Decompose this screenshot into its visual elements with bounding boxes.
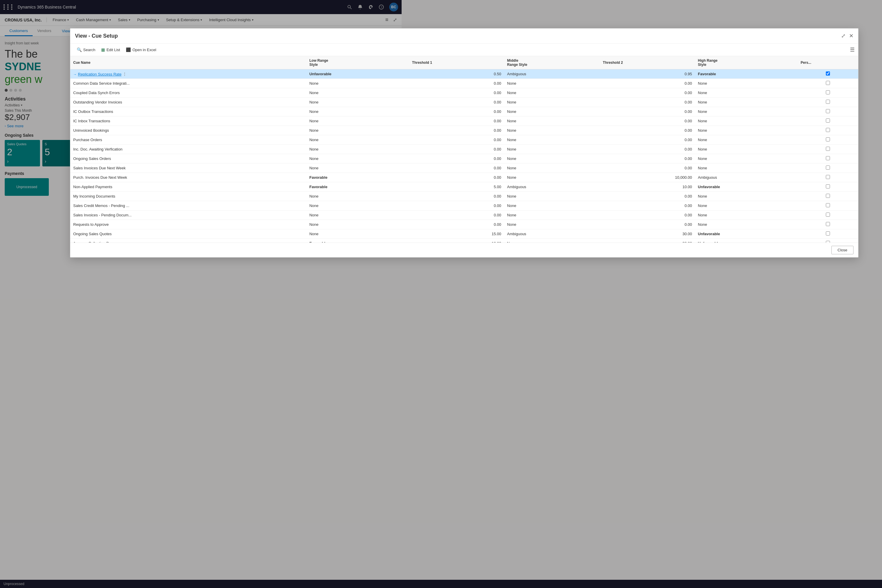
modal-title: View - Cue Setup xyxy=(75,33,402,39)
cell-cue-name: Uninvoiced Bookings xyxy=(70,126,306,135)
cell-cue-name: Outstanding Vendor Invoices xyxy=(70,98,306,107)
table-row[interactable]: Sales Credit Memos - Pending ...None0.00… xyxy=(70,201,402,210)
cell-low-style: None xyxy=(306,164,402,173)
modal-toolbar: 🔍 Search ▦ Edit List ⬛ Open in Excel ☰ xyxy=(70,44,402,56)
cell-low-style: None xyxy=(306,192,402,201)
cell-low-style: None xyxy=(306,230,402,239)
modal-header: View - Cue Setup ⤢ ✕ xyxy=(70,28,402,44)
col-low-range: Low RangeStyle xyxy=(306,56,402,69)
cell-low-style: None xyxy=(306,126,402,135)
cell-cue-name: Sales Credit Memos - Pending ... xyxy=(70,201,306,210)
table-row[interactable]: Average Collection DaysFavorable10.00Non… xyxy=(70,239,402,243)
col-cue-name: Cue Name xyxy=(70,56,306,69)
cell-low-style: None xyxy=(306,116,402,126)
cell-low-style: Favorable xyxy=(306,239,402,243)
cell-cue-name: IC Outbox Transactions xyxy=(70,107,306,116)
table-row[interactable]: Ongoing Sales OrdersNone0.00None0.00None xyxy=(70,154,402,164)
cell-cue-name: Requests to Approve xyxy=(70,220,306,230)
cell-cue-name: My Incoming Documents xyxy=(70,192,306,201)
cell-low-style: Favorable xyxy=(306,182,402,192)
cell-low-style: None xyxy=(306,201,402,210)
cell-cue-name: →Replication Success Rate⋮ xyxy=(70,69,306,79)
cue-name-link[interactable]: Replication Success Rate xyxy=(78,72,122,76)
table-row[interactable]: IC Outbox TransactionsNone0.00None0.00No… xyxy=(70,107,402,116)
table-row[interactable]: Purchase OrdersNone0.00None0.00None xyxy=(70,135,402,145)
table-row[interactable]: My Incoming DocumentsNone0.00None0.00Non… xyxy=(70,192,402,201)
cell-cue-name: Common Data Service Integrati... xyxy=(70,79,306,88)
table-row[interactable]: Non-Applied PaymentsFavorable5.00Ambiguo… xyxy=(70,182,402,192)
table-row[interactable]: Requests to ApproveNone0.00None0.00None xyxy=(70,220,402,230)
row-arrow-icon: → xyxy=(73,72,77,76)
table-row[interactable]: Inc. Doc. Awaiting VerficationNone0.00No… xyxy=(70,145,402,154)
table-row[interactable]: Sales Invoices - Pending Docum...None0.0… xyxy=(70,210,402,220)
cell-low-style: None xyxy=(306,154,402,164)
cell-cue-name: IC Inbox Transactions xyxy=(70,116,306,126)
cue-setup-modal: View - Cue Setup ⤢ ✕ 🔍 Search ▦ Edit Lis… xyxy=(70,28,402,258)
table-row[interactable]: →Replication Success Rate⋮Unfavorable0.5… xyxy=(70,69,402,79)
table-row[interactable]: IC Inbox TransactionsNone0.00None0.00Non… xyxy=(70,116,402,126)
cell-low-style: None xyxy=(306,79,402,88)
row-context-dots[interactable]: ⋮ xyxy=(123,72,127,76)
open-excel-button[interactable]: ⬛ Open in Excel xyxy=(123,46,159,54)
modal-body[interactable]: Cue Name Low RangeStyle Threshold 1 Midd… xyxy=(70,56,402,243)
cell-low-style: None xyxy=(306,145,402,154)
cell-cue-name: Sales Invoices Due Next Week xyxy=(70,164,306,173)
cell-cue-name: Non-Applied Payments xyxy=(70,182,306,192)
excel-icon: ⬛ xyxy=(126,47,131,52)
cell-cue-name: Ongoing Sales Orders xyxy=(70,154,306,164)
edit-list-icon: ▦ xyxy=(101,47,105,52)
cell-cue-name: Purchase Orders xyxy=(70,135,306,145)
cell-cue-name: Sales Invoices - Pending Docum... xyxy=(70,210,306,220)
modal-footer: Close xyxy=(70,243,402,257)
edit-list-button[interactable]: ▦ Edit List xyxy=(98,46,123,54)
cell-low-style: None xyxy=(306,220,402,230)
cell-low-style: None xyxy=(306,107,402,116)
cell-cue-name: Coupled Data Synch Errors xyxy=(70,88,306,98)
cell-low-style: None xyxy=(306,135,402,145)
table-row[interactable]: Purch. Invoices Due Next WeekFavorable0.… xyxy=(70,173,402,182)
cell-cue-name: Inc. Doc. Awaiting Verfication xyxy=(70,145,306,154)
cell-low-style: Unfavorable xyxy=(306,69,402,79)
table-header: Cue Name Low RangeStyle Threshold 1 Midd… xyxy=(70,56,402,69)
table-row[interactable]: Uninvoiced BookingsNone0.00None0.00None xyxy=(70,126,402,135)
search-btn-icon: 🔍 xyxy=(77,47,82,52)
table-row[interactable]: Common Data Service Integrati...None0.00… xyxy=(70,79,402,88)
cell-cue-name: Average Collection Days xyxy=(70,239,306,243)
cell-low-style: None xyxy=(306,210,402,220)
cell-low-style: None xyxy=(306,98,402,107)
table-row[interactable]: Coupled Data Synch ErrorsNone0.00None0.0… xyxy=(70,88,402,98)
cell-low-style: None xyxy=(306,88,402,98)
table-row[interactable]: Ongoing Sales QuotesNone15.00Ambiguous30… xyxy=(70,230,402,239)
cell-low-style: Favorable xyxy=(306,173,402,182)
table-row[interactable]: Sales Invoices Due Next WeekNone0.00None… xyxy=(70,164,402,173)
cue-table: Cue Name Low RangeStyle Threshold 1 Midd… xyxy=(70,56,402,243)
cell-cue-name: Purch. Invoices Due Next Week xyxy=(70,173,306,182)
search-button[interactable]: 🔍 Search xyxy=(74,46,98,54)
cell-cue-name: Ongoing Sales Quotes xyxy=(70,230,306,239)
table-body: →Replication Success Rate⋮Unfavorable0.5… xyxy=(70,69,402,243)
table-row[interactable]: Outstanding Vendor InvoicesNone0.00None0… xyxy=(70,98,402,107)
